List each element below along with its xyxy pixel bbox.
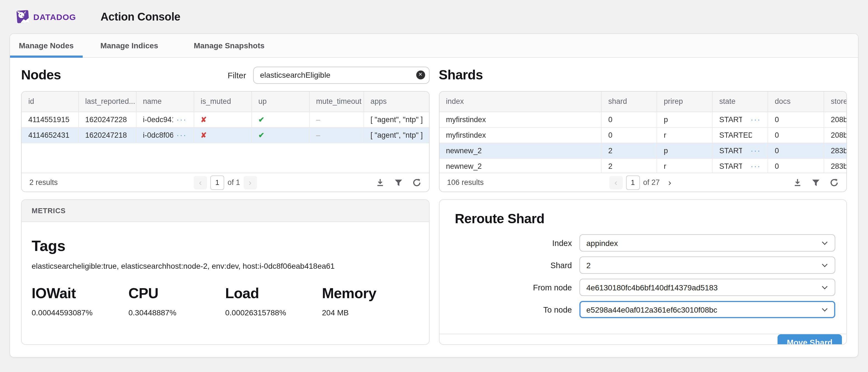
cell-last-reported: 1620247218: [78, 127, 136, 143]
cell-index: newnew_2: [439, 143, 601, 158]
col-up[interactable]: up: [251, 92, 309, 112]
col-index[interactable]: index: [439, 92, 601, 112]
cell-index: myfirstindex: [439, 127, 601, 143]
chevron-down-icon: [822, 285, 828, 289]
nodes-header-row: id last_reported... name is_muted up mut…: [22, 92, 429, 112]
shards-header-row: index shard prirep state docs store: [439, 92, 846, 112]
col-last-reported[interactable]: last_reported...: [78, 92, 136, 112]
more-actions-icon[interactable]: ···: [173, 130, 187, 140]
cell-store: 283b: [824, 143, 846, 158]
state-badge: STARTED: [719, 146, 742, 155]
to-node-select[interactable]: e5298a44e0af012a361ef6c3010f08bc: [579, 301, 835, 318]
metrics-panel-header: METRICS: [22, 200, 429, 222]
shards-results-count: 106 results: [447, 178, 484, 187]
table-row[interactable]: 4114551915 1620247228 i-0edc94185 ··· ✘: [22, 112, 429, 127]
move-shard-button[interactable]: Move Shard: [778, 334, 842, 345]
next-page-button[interactable]: ›: [663, 176, 677, 189]
metric-label: CPU: [128, 285, 225, 302]
cell-apps: [ "agent", "ntp" ]: [364, 112, 429, 127]
index-select-value: appindex: [586, 239, 618, 247]
cell-store: 208b: [824, 127, 846, 143]
filter-input[interactable]: [253, 66, 429, 84]
datadog-logo: DATADOG: [16, 9, 76, 25]
filter-label: Filter: [227, 70, 246, 80]
shards-column: Shards index shard prirep state: [439, 66, 847, 357]
metrics-panel: METRICS Tags elasticsearcheligible:true,…: [21, 199, 429, 345]
tab-manage-indices[interactable]: Manage Indices: [83, 34, 176, 57]
from-node-select[interactable]: 4e6130180fc4b6bf140df14379ad5183: [579, 279, 835, 296]
table-row[interactable]: myfirstindex 0 r STARTED 0 208b: [439, 127, 846, 143]
col-state[interactable]: state: [712, 92, 768, 112]
download-icon[interactable]: [793, 178, 802, 187]
refresh-icon[interactable]: [830, 178, 839, 187]
col-docs[interactable]: docs: [768, 92, 824, 112]
nodes-section-head: Nodes Filter ✕: [21, 66, 429, 84]
index-select[interactable]: appindex: [579, 234, 835, 251]
col-name[interactable]: name: [136, 92, 194, 112]
shard-select-value: 2: [586, 261, 591, 270]
cell-docs: 0: [768, 158, 824, 173]
is-muted-cross-icon: ✘: [194, 127, 251, 143]
col-id[interactable]: id: [22, 92, 78, 112]
nodes-table-empty-space: [22, 143, 429, 173]
col-shard[interactable]: shard: [601, 92, 657, 112]
cell-shard: 2: [601, 143, 657, 158]
col-store[interactable]: store: [824, 92, 846, 112]
prev-page-button[interactable]: ‹: [194, 176, 207, 189]
chevron-down-icon: [822, 263, 828, 267]
shards-section-head: Shards: [439, 66, 847, 84]
state-badge: STARTED: [719, 115, 742, 124]
from-node-select-value: 4e6130180fc4b6bf140df14379ad5183: [586, 283, 718, 292]
table-row[interactable]: myfirstindex 0 p STARTED ··· 0 208b: [439, 112, 846, 127]
cell-docs: 0: [768, 127, 824, 143]
nodes-title: Nodes: [21, 67, 61, 83]
metric-value: 204 MB: [322, 308, 419, 317]
tab-manage-nodes[interactable]: Manage Nodes: [10, 34, 83, 57]
table-row-selected[interactable]: 4114652431 1620247218 i-0dc8f06eab418ea6…: [22, 127, 429, 143]
table-row-selected[interactable]: newnew_2 2 p STARTED ··· 0 283b: [439, 143, 846, 158]
reroute-form: Index appindex Shard 2: [439, 234, 846, 323]
tab-manage-snapshots[interactable]: Manage Snapshots: [176, 34, 282, 57]
prev-page-button[interactable]: ‹: [609, 176, 622, 189]
more-actions-icon[interactable]: ···: [173, 115, 187, 124]
col-apps[interactable]: apps: [364, 92, 429, 112]
metrics-body: Tags elasticsearcheligible:true, elastic…: [22, 222, 429, 317]
more-actions-icon[interactable]: ···: [747, 161, 761, 170]
main-card: Manage Nodes Manage Indices Manage Snaps…: [9, 33, 859, 358]
cell-state: STARTED ···: [712, 143, 768, 158]
up-check-icon: ✔: [251, 127, 309, 143]
metric-value: 0.00026315788%: [225, 308, 322, 317]
filter-icon[interactable]: [394, 178, 403, 187]
cell-apps: [ "agent", "ntp" ]: [364, 127, 429, 143]
metric-row: IOWait 0.00044593087% CPU 0.30448887% Lo…: [32, 285, 419, 317]
page-number-box[interactable]: 1: [210, 175, 224, 190]
download-icon[interactable]: [375, 178, 384, 187]
filter-box: ✕: [253, 66, 429, 84]
more-actions-icon[interactable]: ···: [747, 146, 761, 155]
shard-select[interactable]: 2: [579, 256, 835, 274]
next-page-button[interactable]: ›: [243, 176, 257, 189]
col-prirep[interactable]: prirep: [657, 92, 712, 112]
nodes-footer-icons: [375, 178, 421, 187]
page-number-box[interactable]: 1: [626, 175, 640, 190]
clear-filter-icon[interactable]: ✕: [416, 70, 425, 79]
filter-zone: Filter ✕: [227, 66, 429, 84]
tags-title: Tags: [32, 238, 419, 255]
up-check-icon: ✔: [251, 112, 309, 127]
metric-iowait: IOWait 0.00044593087%: [32, 285, 128, 317]
cell-docs: 0: [768, 143, 824, 158]
col-mute-timeout[interactable]: mute_timeout: [309, 92, 364, 112]
nodes-pager: ‹ 1 of 1 ›: [22, 175, 429, 190]
more-actions-icon[interactable]: ···: [747, 115, 761, 124]
col-is-muted[interactable]: is_muted: [194, 92, 251, 112]
cell-shard: 0: [601, 112, 657, 127]
metric-load: Load 0.00026315788%: [225, 285, 322, 317]
table-row[interactable]: newnew_2 2 r STARTED ··· 0 283b: [439, 158, 846, 173]
cell-mute-timeout: –: [309, 127, 364, 143]
node-name: i-0dc8f06eab418ea61: [143, 131, 173, 139]
shard-label: Shard: [451, 261, 579, 270]
filter-icon[interactable]: [811, 178, 820, 187]
cell-store: 283b: [824, 158, 846, 173]
refresh-icon[interactable]: [412, 178, 421, 187]
page-title: Action Console: [100, 10, 180, 23]
